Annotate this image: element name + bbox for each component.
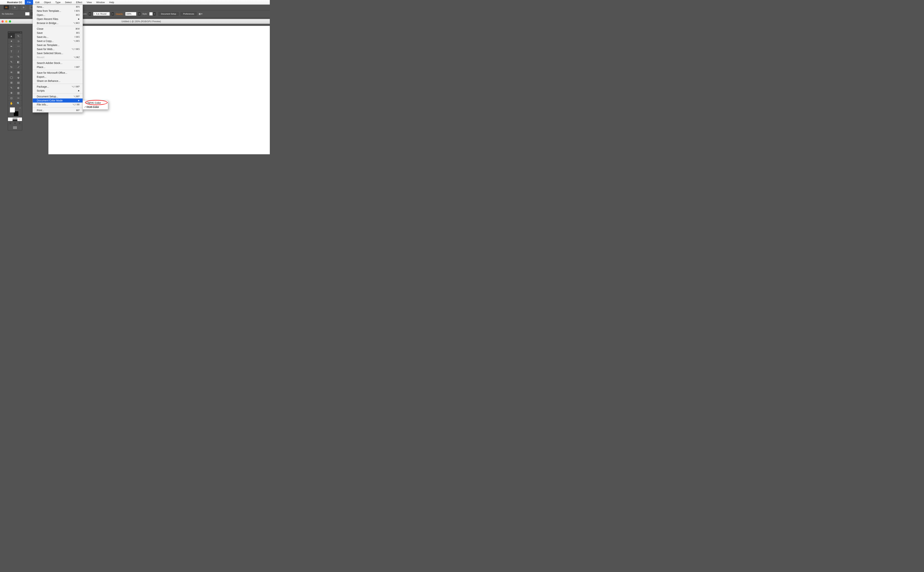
slice-tool[interactable]: ✂ bbox=[15, 95, 22, 101]
pen-tool[interactable]: ✒ bbox=[8, 44, 15, 49]
menu-item-save[interactable]: Save⌘S bbox=[33, 31, 82, 35]
blend-tool[interactable]: ◐ bbox=[15, 85, 22, 90]
menu-edit[interactable]: Edit bbox=[33, 0, 42, 5]
mesh-tool[interactable]: ⊞ bbox=[8, 80, 15, 85]
graph-tool[interactable]: ▥ bbox=[15, 90, 22, 95]
close-window-icon[interactable] bbox=[2, 20, 4, 23]
menu-item-scripts[interactable]: Scripts▶ bbox=[33, 89, 82, 93]
brush-dropdown[interactable]: ▾ bbox=[112, 12, 114, 16]
stock-button[interactable]: St bbox=[21, 5, 26, 9]
menu-item-revert: Revert⌥⌘Z bbox=[33, 55, 82, 59]
menu-item-export[interactable]: Export... bbox=[33, 75, 82, 79]
eraser-tool[interactable]: ◧ bbox=[15, 59, 22, 64]
menu-item-new[interactable]: New...⌘N bbox=[33, 5, 82, 9]
curvature-tool[interactable]: 〰 bbox=[15, 44, 22, 49]
hand-tool[interactable]: ✋ bbox=[8, 101, 15, 106]
menu-file[interactable]: File bbox=[25, 0, 33, 5]
bridge-button[interactable]: Br bbox=[12, 5, 17, 9]
gradient-tool[interactable]: ▤ bbox=[15, 80, 22, 85]
menu-item-save-a-copy[interactable]: Save a Copy...⌥⌘S bbox=[33, 39, 82, 43]
eyedropper-tool[interactable]: ✎ bbox=[8, 85, 15, 90]
menu-window[interactable]: Window bbox=[94, 0, 107, 5]
color-mode-none[interactable]: / bbox=[17, 118, 22, 121]
menu-item-place[interactable]: Place...⇧⌘P bbox=[33, 65, 82, 69]
scale-tool[interactable]: ⤢ bbox=[15, 64, 22, 70]
brush-tool[interactable]: ✎ bbox=[15, 54, 22, 59]
menu-item-package[interactable]: Package...⌥⇧⌘P bbox=[33, 85, 82, 89]
type-tool[interactable]: T bbox=[8, 49, 15, 54]
menu-item-save-for-microsoft-office[interactable]: Save for Microsoft Office... bbox=[33, 71, 82, 75]
menu-item-save-for-web[interactable]: Save for Web...⌥⇧⌘S bbox=[33, 47, 82, 51]
artboard-tool[interactable]: ⊡ bbox=[8, 95, 15, 101]
rotate-tool[interactable]: ↻ bbox=[8, 64, 15, 70]
opacity-dropdown[interactable]: ▾ bbox=[138, 12, 140, 16]
menu-item-open[interactable]: Open...⌘O bbox=[33, 13, 82, 17]
menu-item-new-from-template[interactable]: New from Template...⇧⌘N bbox=[33, 9, 82, 13]
ai-logo: Ai bbox=[4, 5, 9, 9]
menu-item-browse-in-bridge[interactable]: Browse in Bridge...⌥⌘O bbox=[33, 21, 82, 25]
menu-item-save-selected-slices[interactable]: Save Selected Slices... bbox=[33, 51, 82, 55]
lasso-tool[interactable]: ⊃ bbox=[15, 39, 22, 44]
menu-view[interactable]: View bbox=[84, 0, 94, 5]
collapse-icon[interactable]: « bbox=[20, 32, 21, 33]
symbol-sprayer-tool[interactable]: ❉ bbox=[8, 90, 15, 95]
direct-select-tool[interactable]: ↖ bbox=[15, 33, 22, 39]
menu-select[interactable]: Select bbox=[63, 0, 74, 5]
selection-label: No Selection bbox=[2, 13, 13, 15]
menu-item-share-on-behance[interactable]: Share on Behance... bbox=[33, 79, 82, 83]
menu-item-file-info[interactable]: File Info...⌥⇧⌘I bbox=[33, 103, 82, 107]
tools-panel-header[interactable]: ×« bbox=[8, 32, 22, 33]
menu-item-open-recent-files[interactable]: Open Recent Files▶ bbox=[33, 17, 82, 21]
minimize-window-icon[interactable] bbox=[5, 20, 8, 23]
zoom-window-icon[interactable] bbox=[9, 20, 11, 23]
wand-tool[interactable]: ✦ bbox=[8, 39, 15, 44]
line-tool[interactable]: / bbox=[15, 49, 22, 54]
menu-item-print[interactable]: Print...⌘P bbox=[33, 108, 82, 112]
color-mode-solid[interactable] bbox=[8, 118, 12, 121]
tools-panel: ×« ▲ ↖ ✦ ⊃ ✒ 〰 T / ▭ ✎ ✎ ◧ ↻ ⤢ ≋ ▦ ◯ ⬙ ⊞… bbox=[8, 31, 22, 131]
cmyk-color-item[interactable]: CMYK Color bbox=[83, 101, 108, 105]
pencil-tool[interactable]: ✎ bbox=[8, 59, 15, 64]
menu-type[interactable]: Type bbox=[53, 0, 63, 5]
opacity-label[interactable]: Opacity: bbox=[116, 13, 123, 15]
align-icon[interactable]: ▦ ▾ bbox=[199, 12, 202, 15]
menu-effect[interactable]: Effect bbox=[74, 0, 84, 5]
draw-behind[interactable]: ◻ bbox=[12, 121, 17, 125]
menu-object[interactable]: Object bbox=[42, 0, 53, 5]
style-label: Style: bbox=[142, 13, 148, 15]
brush-value[interactable]: 3 pt. Round bbox=[96, 13, 106, 15]
color-mode-gradient[interactable] bbox=[12, 118, 17, 121]
menu-item-save-as-template[interactable]: Save as Template... bbox=[33, 43, 82, 47]
document-setup-button[interactable]: Document Setup bbox=[159, 12, 179, 16]
style-dropdown[interactable]: ▾ bbox=[153, 12, 156, 16]
menu-item-save-as[interactable]: Save As...⇧⌘S bbox=[33, 35, 82, 39]
close-icon[interactable]: × bbox=[9, 32, 9, 33]
opacity-field[interactable]: 100% bbox=[125, 12, 136, 16]
rectangle-tool[interactable]: ▭ bbox=[8, 54, 15, 59]
style-swatch[interactable] bbox=[149, 12, 152, 16]
draw-normal[interactable]: ◻ bbox=[8, 121, 12, 125]
fill-swatch[interactable] bbox=[25, 12, 30, 16]
width-tool[interactable]: ≋ bbox=[8, 70, 15, 75]
stroke-unit-label: orm bbox=[83, 13, 87, 15]
fill-color[interactable] bbox=[10, 107, 15, 112]
menu-item-document-color-mode[interactable]: Document Color Mode▶ bbox=[33, 98, 82, 103]
menu-help[interactable]: Help bbox=[107, 0, 117, 5]
zoom-tool[interactable]: 🔍 bbox=[15, 101, 22, 106]
menu-item-search-adobe-stock[interactable]: Search Adobe Stock... bbox=[33, 61, 82, 65]
stroke-weight-dropdown[interactable]: ▾ bbox=[89, 12, 91, 16]
swap-colors-icon[interactable]: ⤺ bbox=[19, 107, 21, 109]
preferences-button[interactable]: Preferences bbox=[181, 12, 196, 16]
menu-item-document-setup[interactable]: Document Setup...⌥⌘P bbox=[33, 95, 82, 98]
rgb-color-item[interactable]: ✓RGB Color bbox=[83, 105, 108, 109]
menu-item-close[interactable]: Close⌘W bbox=[33, 27, 82, 31]
free-transform-tool[interactable]: ▦ bbox=[15, 70, 22, 75]
app-name[interactable]: Illustrator CC bbox=[5, 1, 25, 4]
color-swatches[interactable]: ⤺ bbox=[8, 106, 22, 117]
shape-builder-tool[interactable]: ◯ bbox=[8, 75, 15, 80]
perspective-tool[interactable]: ⬙ bbox=[15, 75, 22, 80]
draw-inside[interactable]: ◻ bbox=[17, 121, 22, 125]
file-menu-dropdown: New...⌘NNew from Template...⇧⌘NOpen...⌘O… bbox=[33, 5, 83, 112]
selection-tool[interactable]: ▲ bbox=[8, 33, 15, 39]
screen-mode[interactable] bbox=[8, 125, 22, 130]
